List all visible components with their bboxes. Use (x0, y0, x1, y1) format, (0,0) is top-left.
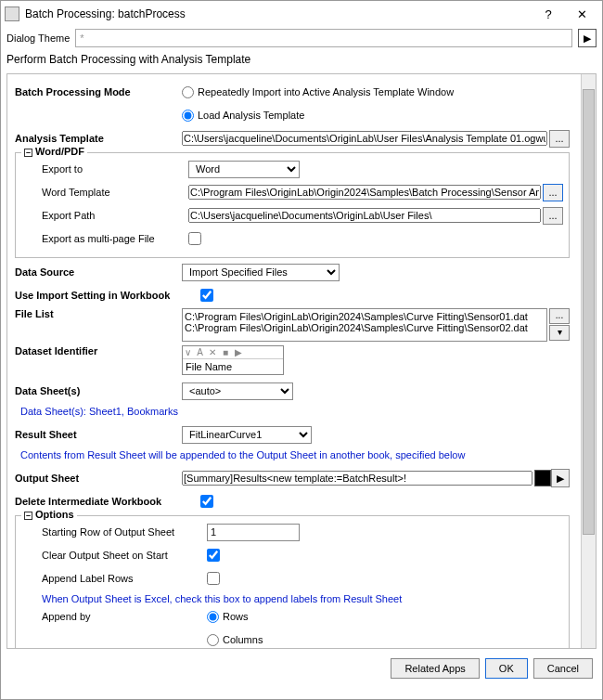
data-sheets-select[interactable]: <auto> (182, 382, 293, 400)
clear-output-checkbox[interactable] (207, 549, 220, 562)
export-path-label: Export Path (21, 210, 188, 221)
collapse-icon[interactable]: – (24, 512, 32, 520)
footer: Related Apps OK Cancel (1, 653, 602, 684)
clear-output-label: Clear Output Sheet on Start (21, 550, 207, 561)
append-labels-label: Append Label Rows (21, 573, 207, 584)
data-source-label: Data Source (15, 266, 182, 278)
word-template-input[interactable] (188, 185, 541, 200)
word-template-browse-button[interactable]: ... (543, 184, 563, 201)
use-import-checkbox[interactable] (200, 289, 213, 302)
options-hint: When Output Sheet is Excel, check this b… (21, 591, 563, 606)
file-list-label: File List (15, 308, 182, 319)
data-source-select[interactable]: Import Specified Files (182, 264, 340, 281)
scrollbar-thumb[interactable] (583, 89, 595, 535)
multipage-label: Export as multi-page File (21, 233, 188, 244)
theme-play-icon[interactable]: ▶ (578, 29, 597, 47)
mode-radio-repeat[interactable]: Repeatedly Import into Active Analysis T… (182, 86, 570, 98)
collapse-icon[interactable]: – (24, 149, 32, 157)
output-sheet-label: Output Sheet (15, 473, 182, 484)
start-row-label: Starting Row of Output Sheet (21, 526, 207, 538)
dataset-identifier-toolbar[interactable]: ∨ A ✕ ■ ▶ (183, 346, 283, 359)
template-input[interactable] (182, 131, 547, 146)
output-sheet-input[interactable] (182, 471, 532, 486)
data-sheets-hint: Data Sheet(s): Sheet1, Bookmarks (15, 404, 570, 419)
dialog-subtitle: Perform Batch Processing with Analysis T… (1, 49, 602, 70)
mode-radio-load[interactable]: Load Analysis Template (182, 110, 304, 122)
output-sheet-color-button[interactable] (534, 470, 551, 486)
app-icon (5, 6, 19, 21)
related-apps-button[interactable]: Related Apps (391, 658, 479, 679)
append-labels-checkbox[interactable] (207, 572, 220, 585)
export-path-browse-button[interactable]: ... (543, 207, 563, 225)
delete-workbook-label: Delete Intermediate Workbook (15, 496, 200, 507)
wordpdf-group: –Word/PDF Export to Word Word Template .… (15, 152, 570, 258)
data-sheets-label: Data Sheet(s) (15, 385, 182, 396)
dialog-theme-input[interactable] (75, 29, 572, 47)
append-by-cols[interactable]: Columns (207, 634, 263, 646)
ok-button[interactable]: OK (485, 658, 528, 679)
multipage-checkbox[interactable] (188, 232, 201, 245)
file-list-menu-button[interactable]: ▾ (549, 325, 570, 341)
dataset-identifier-label: Dataset Identifier (15, 345, 182, 356)
main-panel: Batch Processing Mode Repeatedly Import … (6, 73, 597, 649)
close-button[interactable]: ✕ (565, 3, 598, 25)
export-to-select[interactable]: Word (188, 161, 300, 178)
window-title: Batch Processing: batchProcess (25, 7, 532, 20)
export-path-input[interactable] (188, 208, 541, 223)
result-sheet-hint: Contents from Result Sheet will be appen… (15, 447, 570, 462)
template-label: Analysis Template (15, 133, 182, 144)
help-button[interactable]: ? (532, 3, 565, 25)
dialog-theme-label: Dialog Theme (6, 32, 70, 44)
file-list-box[interactable]: C:\Program Files\OriginLab\Origin2024\Sa… (182, 308, 547, 342)
append-by-rows[interactable]: Rows (207, 611, 249, 623)
dataset-identifier-box[interactable]: ∨ A ✕ ■ ▶ File Name (182, 345, 284, 375)
scrollbar[interactable] (581, 74, 596, 648)
delete-workbook-checkbox[interactable] (200, 495, 213, 508)
file-list-browse-button[interactable]: ... (549, 308, 570, 324)
result-sheet-label: Result Sheet (15, 429, 182, 440)
cancel-button[interactable]: Cancel (533, 658, 593, 679)
output-sheet-menu-button[interactable]: ▶ (551, 469, 570, 487)
export-to-label: Export to (21, 163, 188, 175)
titlebar: Batch Processing: batchProcess ? ✕ (1, 1, 602, 27)
mode-label: Batch Processing Mode (15, 86, 182, 97)
options-group: –Options Starting Row of Output Sheet Cl… (15, 515, 570, 648)
word-template-label: Word Template (21, 187, 188, 198)
result-sheet-select[interactable]: FitLinearCurve1 (182, 426, 312, 444)
use-import-label: Use Import Setting in Workbook (15, 290, 200, 301)
template-browse-button[interactable]: ... (549, 130, 570, 148)
start-row-input[interactable] (207, 524, 300, 541)
append-by-label: Append by (21, 611, 207, 622)
